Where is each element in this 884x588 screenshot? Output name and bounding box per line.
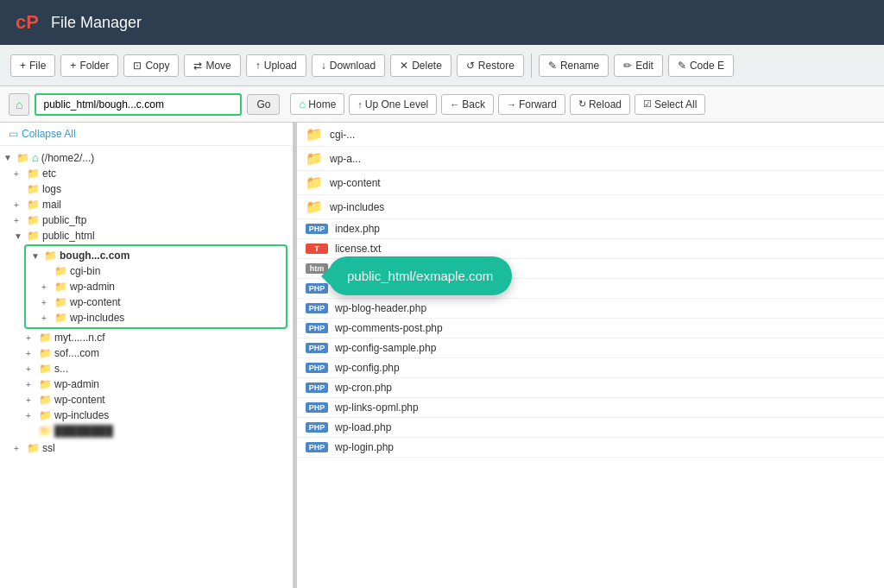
root-icon: 📁	[16, 152, 29, 164]
tree-label-logs: logs	[42, 183, 61, 195]
filelist-row-index-php[interactable]: PHP index.php	[297, 219, 884, 239]
tree-item-wp-includes-sub[interactable]: + 📁 wp-includes	[28, 310, 284, 326]
collapse-all-button[interactable]: ▭ Collapse All	[0, 123, 293, 146]
nav-up-button[interactable]: ↑ Up One Level	[349, 94, 437, 115]
address-home-button[interactable]: ⌂	[9, 93, 29, 116]
tree-item-logs[interactable]: 📁 logs	[0, 181, 293, 197]
nav-home-label: Home	[308, 98, 336, 111]
download-icon: ↓	[321, 60, 326, 72]
file-name-wp-load: wp-load.php	[335, 421, 391, 433]
tree-item-sof-com[interactable]: + 📁 sof....com	[0, 345, 293, 361]
file-name-wp-comments-post: wp-comments-post.php	[335, 322, 443, 334]
tooltip-text: public_html/exmaple.com	[347, 269, 493, 283]
tree-item-mail[interactable]: + 📁 mail	[0, 197, 293, 212]
toggle-cgi	[41, 267, 52, 276]
restore-button[interactable]: ↺ Restore	[457, 54, 524, 77]
toggle-ssl: +	[14, 444, 24, 453]
tree-item-s-blank[interactable]: + 📁 s...	[0, 361, 293, 376]
filelist-row-cgi[interactable]: 📁 cgi-...	[297, 123, 884, 147]
tree-item-etc[interactable]: + 📁 etc	[0, 166, 293, 181]
tree-item-public-html[interactable]: ▼ 📁 public_html	[0, 228, 293, 243]
tree-item-ssl[interactable]: + 📁 ssl	[0, 440, 293, 456]
tree-item-root[interactable]: ▼ 📁 ⌂ (/home2/...)	[0, 149, 293, 166]
php-badge-config-sample: PHP	[306, 343, 328, 353]
filelist-row-wp-load[interactable]: PHP wp-load.php	[297, 418, 884, 438]
tree-item-wp-content-sub[interactable]: + 📁 wp-content	[28, 294, 284, 310]
edit-icon: ✏	[623, 60, 632, 72]
folder-icon-cgi: 📁	[54, 265, 67, 277]
code-button[interactable]: ✎ Code E	[668, 54, 734, 77]
filelist-row-wp-includes[interactable]: 📁 wp-includes	[297, 195, 884, 219]
toggle-wp-includes2: +	[26, 411, 36, 420]
filelist-row-wp-content[interactable]: 📁 wp-content	[297, 171, 884, 195]
edit-button[interactable]: ✏ Edit	[614, 54, 663, 77]
filelist-row-wp-comments-post[interactable]: PHP wp-comments-post.php	[297, 319, 884, 338]
tree-label-etc: etc	[42, 168, 56, 180]
selected-folder-group: ▼ 📁 bough...c.com 📁 cgi-bin + 📁 wp-admin	[24, 244, 287, 329]
tree-item-cgi-bin[interactable]: 📁 cgi-bin	[28, 263, 284, 279]
file-name-wp-links-opml: wp-links-opml.php	[335, 401, 419, 414]
filelist-row-wp-admin[interactable]: 📁 wp-a...	[297, 147, 884, 171]
app-header: cP File Manager	[0, 0, 884, 45]
toggle-wp-admin2: +	[26, 380, 36, 389]
folder-icon-sof: 📁	[39, 347, 52, 359]
restore-icon: ↺	[466, 60, 475, 72]
tree-item-public-ftp[interactable]: + 📁 public_ftp	[0, 212, 293, 228]
nav-forward-button[interactable]: → Forward	[498, 94, 565, 115]
folder-label: Folder	[79, 60, 109, 72]
file-name-license: license.txt	[335, 243, 381, 255]
filelist-row-wp-cron[interactable]: PHP wp-cron.php	[297, 378, 884, 398]
folder-icon-wp-content-sub: 📁	[54, 296, 67, 308]
tree-item-bough-com[interactable]: ▼ 📁 bough...c.com	[28, 248, 284, 263]
collapse-all-label: Collapse All	[22, 128, 76, 140]
tree-item-wp-admin-sub[interactable]: + 📁 wp-admin	[28, 279, 284, 294]
toggle-wp-content2: +	[26, 395, 36, 405]
file-name-wp-config: wp-config.php	[335, 362, 400, 374]
folder-icon-myth: 📁	[39, 332, 52, 344]
delete-label: Delete	[412, 60, 442, 72]
folder-icon-wp-admin2: 📁	[39, 378, 52, 390]
file-name-wp-cron: wp-cron.php	[335, 382, 392, 394]
delete-icon: ✕	[400, 60, 408, 72]
tree-label-myth: myt......n.cf	[54, 332, 105, 344]
nav-back-button[interactable]: ← Back	[441, 94, 494, 115]
address-input[interactable]	[35, 93, 242, 116]
php-badge-activate: PHP	[306, 283, 328, 294]
file-button[interactable]: + File	[10, 54, 55, 77]
file-name-wp-login: wp-login.php	[335, 441, 394, 453]
go-button[interactable]: Go	[247, 94, 280, 115]
folder-icon-wp-includes2: 📁	[39, 409, 52, 421]
filelist-row-wp-links-opml[interactable]: PHP wp-links-opml.php	[297, 398, 884, 418]
folder-icon-bough: 📁	[44, 250, 57, 262]
file-list: 📁 cgi-... 📁 wp-a... 📁 wp-content 📁 wp-in…	[297, 123, 884, 588]
cpanel-logo: cP	[16, 11, 39, 34]
tree-item-myth-cf[interactable]: + 📁 myt......n.cf	[0, 330, 293, 345]
upload-button[interactable]: ↑ Upload	[246, 54, 306, 77]
toggle-sof: +	[26, 349, 36, 358]
tree-item-wp-content2[interactable]: + 📁 wp-content	[0, 392, 293, 408]
download-button[interactable]: ↓ Download	[312, 54, 385, 77]
filelist-row-wp-login[interactable]: PHP wp-login.php	[297, 438, 884, 458]
tree-item-wp-includes2[interactable]: + 📁 wp-includes	[0, 408, 293, 423]
rename-button[interactable]: ✎ Rename	[539, 54, 609, 77]
move-label: Move	[205, 60, 230, 72]
forward-arrow-icon: →	[507, 99, 516, 110]
filelist-row-wp-config-sample[interactable]: PHP wp-config-sample.php	[297, 338, 884, 358]
nav-selectall-button[interactable]: ☑ Select All	[635, 94, 705, 115]
copy-button[interactable]: ⊡ Copy	[123, 54, 179, 77]
copy-icon: ⊡	[133, 60, 142, 72]
folder-button[interactable]: + Folder	[60, 54, 118, 77]
download-label: Download	[330, 60, 376, 72]
delete-button[interactable]: ✕ Delete	[390, 54, 451, 77]
tree-label-wp-includes2: wp-includes	[54, 409, 109, 421]
filelist-row-wp-blog-header[interactable]: PHP wp-blog-header.php	[297, 299, 884, 319]
nav-home-button[interactable]: ⌂ Home	[290, 93, 344, 115]
tree-item-wp-admin2[interactable]: + 📁 wp-admin	[0, 376, 293, 392]
filelist-row-wp-config[interactable]: PHP wp-config.php	[297, 358, 884, 378]
move-button[interactable]: ⇄ Move	[184, 54, 240, 77]
file-label: File	[29, 60, 46, 72]
toggle-myth: +	[26, 333, 36, 343]
nav-reload-button[interactable]: ↻ Reload	[570, 94, 630, 115]
tree-label-s-blank: s...	[54, 363, 68, 375]
folder-icon-ssl: 📁	[27, 442, 40, 454]
